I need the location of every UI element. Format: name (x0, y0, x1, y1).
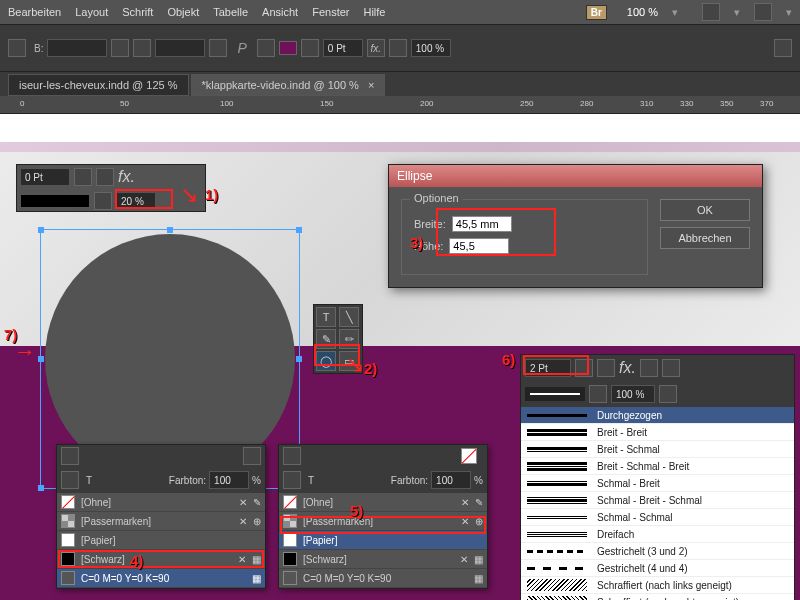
line-tool-icon[interactable]: ╲ (339, 307, 359, 327)
stroke-dreifach[interactable]: Dreifach (521, 526, 794, 543)
stroke-panel: 2 Pt fx. 100 % Durchgezogen Breit - Brei… (520, 354, 795, 600)
opacity-mini-icon[interactable] (94, 192, 112, 210)
stroke-durchgezogen[interactable]: Durchgezogen (521, 407, 794, 424)
ok-button[interactable]: OK (660, 199, 750, 221)
flip-icon[interactable] (133, 39, 151, 57)
menu-ansicht[interactable]: Ansicht (262, 6, 298, 18)
menu-objekt[interactable]: Objekt (167, 6, 199, 18)
stroke-mini-icon[interactable] (96, 168, 114, 186)
stroke-ss[interactable]: Schmal - Schmal (521, 509, 794, 526)
options-legend: Optionen (410, 192, 463, 204)
stroke-bsb[interactable]: Breit - Schmal - Breit (521, 458, 794, 475)
swatch-paper[interactable]: [Papier] (57, 531, 265, 550)
swatch-none2[interactable]: [Ohne]✕✎ (279, 493, 487, 512)
fill-icon[interactable] (257, 39, 275, 57)
panel-menu-icon[interactable] (243, 447, 261, 465)
effects-mini-panel: 0 Pt fx. 20 % (16, 164, 206, 212)
fx-icon[interactable]: fx. (367, 39, 385, 57)
tint-input[interactable]: 100 (209, 471, 249, 489)
stroke-pt-input[interactable]: 0 Pt (323, 39, 363, 57)
main-menu: Bearbeiten Layout Schrift Objekt Tabelle… (0, 0, 800, 24)
ellipse-dialog: Ellipse Optionen Breite: Höhe: OK Abbrec… (388, 164, 763, 288)
swatch-black2[interactable]: [Schwarz]✕▦ (279, 550, 487, 569)
swatch-none[interactable]: [Ohne]✕✎ (57, 493, 265, 512)
screen-mode-icon[interactable] (754, 3, 772, 21)
arrow-7-icon: → (14, 339, 36, 365)
wrap-icon[interactable] (640, 359, 658, 377)
stroke-hatch-l[interactable]: Schraffiert (nach links geneigt) (521, 577, 794, 594)
opacity-icon[interactable] (389, 39, 407, 57)
none-indicator-icon (461, 448, 477, 464)
fill-proxy-icon[interactable] (61, 471, 79, 489)
stroke-proxy-icon[interactable] (283, 471, 301, 489)
join-icon[interactable] (597, 359, 615, 377)
annotation-2: 2) (364, 360, 377, 377)
wrap2-icon[interactable] (662, 359, 680, 377)
tab-friseur[interactable]: iseur-les-cheveux.indd @ 125 % (8, 74, 189, 96)
stroke-opacity[interactable]: 100 % (611, 385, 655, 403)
menu-hilfe[interactable]: Hilfe (363, 6, 385, 18)
extra-icon[interactable] (774, 39, 792, 57)
menu-bearbeiten[interactable]: Bearbeiten (8, 6, 61, 18)
rotate-input[interactable] (155, 39, 205, 57)
ref-point-icon[interactable] (8, 39, 26, 57)
tint-input2[interactable]: 100 (431, 471, 471, 489)
swatch-cmyk2[interactable]: C=0 M=0 Y=0 K=90▦ (279, 569, 487, 588)
annotation-1: 1) (205, 186, 218, 203)
stroke-hatch-r[interactable]: Schraffiert (nach rechts geneigt) (521, 594, 794, 600)
stroke-weight-icon[interactable] (301, 39, 319, 57)
extra-s-icon[interactable] (659, 385, 677, 403)
opacity-s-icon[interactable] (589, 385, 607, 403)
annotation-5: 5) (350, 502, 363, 519)
stroke-breit-breit[interactable]: Breit - Breit (521, 424, 794, 441)
zoom-level[interactable]: 100 % (627, 6, 658, 18)
dialog-title: Ellipse (389, 165, 762, 187)
width-input[interactable] (47, 39, 107, 57)
control-toolbar: B: P 0 Pt fx. 100 % (0, 24, 800, 72)
type-tool-icon[interactable]: T (316, 307, 336, 327)
swatch-registration[interactable]: [Passermarken]✕⊕ (57, 512, 265, 531)
fill-mini-icon[interactable] (74, 168, 92, 186)
stroke-sbs[interactable]: Schmal - Breit - Schmal (521, 492, 794, 509)
canvas-area[interactable]: 0 Pt fx. 20 % 1) ↘ T ╲ ✎ ✏ ◯ ▭ 2) ↘ 7) →… (0, 114, 800, 600)
annotation-4: 4) (130, 552, 143, 569)
horizontal-ruler: 0 50 100 150 200 250 280 310 330 350 370 (0, 96, 800, 114)
annotation-6: 6) (502, 351, 515, 368)
menu-layout[interactable]: Layout (75, 6, 108, 18)
tab-klappkarte[interactable]: *klappkarte-video.indd @ 100 % × (191, 74, 386, 96)
stroke-breit-schmal[interactable]: Breit - Schmal (521, 441, 794, 458)
close-tab-icon[interactable]: × (368, 79, 374, 91)
stroke-dash32[interactable]: Gestrichelt (3 und 2) (521, 543, 794, 560)
link-icon[interactable] (111, 39, 129, 57)
bridge-button[interactable]: Br (586, 5, 607, 20)
stroke-sb[interactable]: Schmal - Breit (521, 475, 794, 492)
opacity-input[interactable]: 100 % (411, 39, 451, 57)
stroke-style-preview[interactable] (525, 387, 585, 401)
document-tabs: iseur-les-cheveux.indd @ 125 % *klappkar… (0, 72, 800, 96)
panel-icon[interactable] (61, 447, 79, 465)
menu-fenster[interactable]: Fenster (312, 6, 349, 18)
view-mode-icon[interactable] (702, 3, 720, 21)
gradient-bar[interactable] (20, 194, 90, 208)
panel-icon2[interactable] (283, 447, 301, 465)
stroke-type-list: Durchgezogen Breit - Breit Breit - Schma… (521, 407, 794, 600)
arrow-1-icon: ↘ (180, 182, 198, 208)
menu-schrift[interactable]: Schrift (122, 6, 153, 18)
menu-tabelle[interactable]: Tabelle (213, 6, 248, 18)
cancel-button[interactable]: Abbrechen (660, 227, 750, 249)
stroke-dash44[interactable]: Gestrichelt (4 und 4) (521, 560, 794, 577)
swatch-cmyk90[interactable]: C=0 M=0 Y=0 K=90▦ (57, 569, 265, 588)
annotation-3: 3) (410, 234, 423, 251)
align-icon[interactable] (209, 39, 227, 57)
stroke-pt-mini[interactable]: 0 Pt (20, 168, 70, 186)
